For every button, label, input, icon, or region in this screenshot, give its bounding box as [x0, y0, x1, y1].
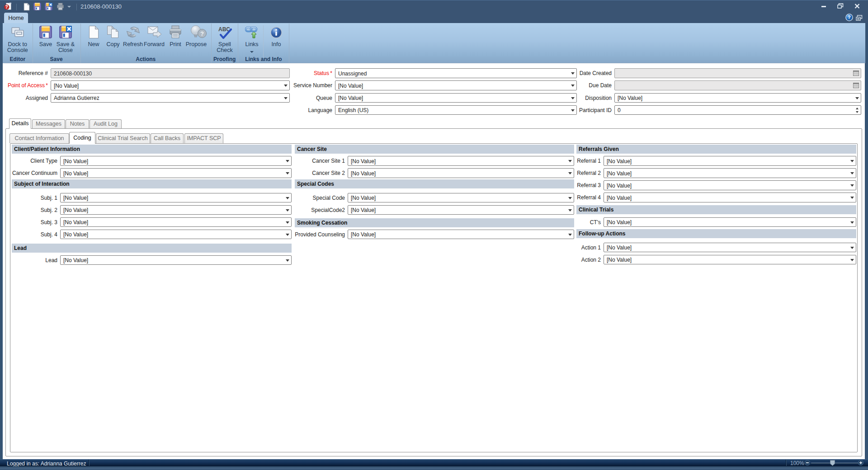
svg-text:?: ?	[5, 5, 8, 9]
svg-text:?: ?	[200, 30, 204, 37]
svg-text:?: ?	[848, 14, 850, 20]
